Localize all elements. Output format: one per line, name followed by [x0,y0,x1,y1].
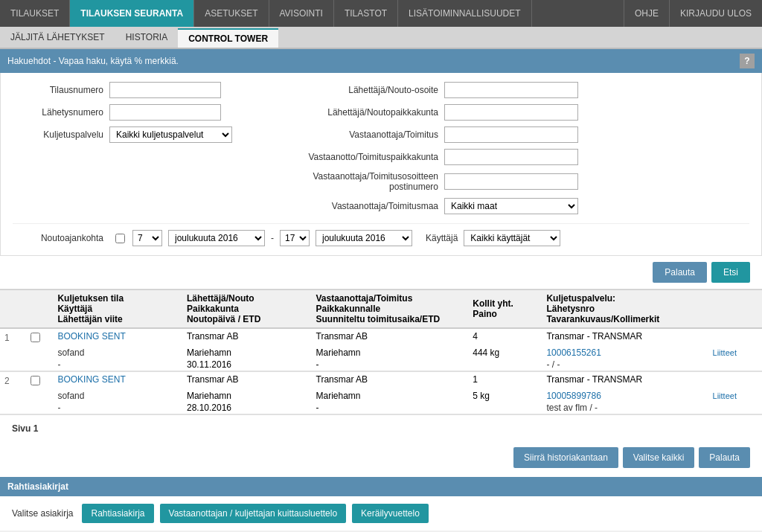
table-row-2a: 2 BOOKING SENT Transmar AB Transmar AB 1… [0,371,762,390]
row2-liitteet-link[interactable]: Liitteet [713,391,737,400]
rahtiasiakirja-button[interactable]: Rahtiasiakirja [82,504,153,523]
action-row-bottom: Siirrä historiakantaan Valitse kaikki Pa… [0,441,762,474]
day1-select[interactable]: 7 [132,230,162,246]
row1-liitteet[interactable]: Liitteet [707,347,762,359]
lahetysnumero-input[interactable] [109,104,221,121]
row2-empty3 [0,402,28,414]
row2-liitteet[interactable]: Liitteet [707,390,762,402]
vastaanottaja-maa-label: Vastaanottaja/Toimitusmaa [281,201,444,211]
table-row-1a: 1 BOOKING SENT Transmar AB Transmar AB 4… [0,328,762,347]
row2-pickup-date: 28.10.2016 [181,402,310,414]
siirra-historiakantaan-button[interactable]: Siirrä historiakantaan [513,447,618,468]
row2-ref: - [51,402,181,414]
month1-select[interactable]: joulukuuta 2016 [168,230,265,246]
nav-item-avisointi[interactable]: AVISOINTI [269,0,334,27]
nav-item-ohje[interactable]: OHJE [624,0,669,27]
etsi-button[interactable]: Etsi [711,262,750,283]
vastaanottaja-toimitus-label: Vastaanottaja/Toimitus [281,129,444,140]
help-button[interactable]: ? [740,54,755,68]
page-info: Sivu 1 [0,415,762,441]
sub-nav: JÄLJITÄ LÄHETYKSET HISTORIA CONTROL TOWE… [0,27,762,49]
row1-user: sofand [51,347,181,359]
vastaanottaja-paikkakunta-input[interactable] [444,149,578,165]
results-table: Kuljetuksen tila Käyttäjä Lähettäjän vii… [0,289,762,415]
row1-status-link[interactable]: BOOKING SENT [57,331,125,342]
rahti-panel: Rahtiasiakirjat Valitse asiakirja Rahtia… [0,477,762,531]
row2-lahetysnro-link[interactable]: 10005899786 [546,391,601,401]
noutoajankohta-checkbox[interactable] [115,234,125,243]
row2-checkbox-cell[interactable] [28,371,51,390]
row2-empty4 [28,402,51,414]
row2-delivery-date: - [310,402,467,414]
row1-sender-city: Mariehamn [181,347,310,359]
tilausnumero-input[interactable] [109,82,221,98]
subnav-historia[interactable]: HISTORIA [115,27,178,48]
row1-status: BOOKING SENT [51,328,181,347]
vastaanottaja-maa-select[interactable]: Kaikki maat [444,198,578,214]
nav-item-tilaukset[interactable]: TILAUKSET [0,0,70,27]
top-nav: TILAUKSET TILAUKSEN SEURANTA ASETUKSET A… [0,0,762,27]
kuljetuspalvelu-select[interactable]: Kaikki kuljetuspalvelut [109,126,232,143]
subnav-control-tower[interactable]: CONTROL TOWER [178,28,278,48]
row2-liitteet-top [707,371,762,390]
action-row-top: Palauta Etsi [0,256,762,289]
row2-checkbox[interactable] [31,376,40,385]
kerailyvuettelo-button[interactable]: Keräilyvuettelo [352,504,429,523]
col-receiver-header: Vastaanottaja/Toimitus Paikkakunnalle Su… [310,290,467,329]
row1-lahetysnro-link[interactable]: 10006155261 [546,347,601,358]
row2-sender-city: Mariehamn [181,390,310,402]
lahettaja-nouto-paikkakunta-label: Lähettäjä/Noutopaikkakunta [281,107,444,118]
table-row-2c: - 28.10.2016 - test av flm / - [0,402,762,414]
noutoajankohta-label: Noutoajankohta [13,233,109,243]
row1-ref: - [51,359,181,371]
palauta-bottom-button[interactable]: Palauta [699,447,750,468]
nav-item-asetukset[interactable]: ASETUKSET [194,0,269,27]
row2-empty2 [28,390,51,402]
lahettaja-nouto-paikkakunta-input[interactable] [444,104,578,121]
col-checkbox-header [28,290,51,329]
month2-select[interactable]: joulukuuta 2016 [316,230,412,246]
vastaanottaja-posti-label: Vastaanottaja/Toimitusosoitteen postinum… [281,171,444,192]
vastaanottaja-toimitus-input[interactable] [444,126,578,143]
row2-status-link[interactable]: BOOKING SENT [57,374,125,385]
day2-select[interactable]: 17 [280,230,310,246]
row1-checkbox-cell[interactable] [28,328,51,347]
subnav-jaljita-lahetykset[interactable]: JÄLJITÄ LÄHETYKSET [0,27,115,48]
row1-liitteet-link[interactable]: Liitteet [713,348,737,357]
nav-item-kirjaudu-ulos[interactable]: KIRJAUDU ULOS [669,0,762,27]
search-panel-header: Hakuehdot - Vapaa haku, käytä % merkkiä.… [0,49,762,73]
row1-checkbox[interactable] [31,333,40,342]
row2-num: 2 [0,371,28,390]
tilausnumero-label: Tilausnumero [13,85,109,95]
valitse-asiakirja-label: Valitse asiakirja [12,508,73,519]
row1-empty1 [0,347,28,359]
main-content: Hakuehdot - Vapaa haku, käytä % merkkiä.… [0,49,762,531]
nav-item-lisatoiminnallisuudet[interactable]: LISÄTOIMINNALLISUUDET [398,0,531,27]
row1-receiver-city: Mariehamn [310,347,467,359]
row2-user: sofand [51,390,181,402]
results-table-wrapper: Kuljetuksen tila Käyttäjä Lähettäjän vii… [0,289,762,415]
row2-lahetysnro: 10005899786 [540,390,706,402]
lahettaja-nouto-osoite-label: Lähettäjä/Nouto-osoite [281,85,444,95]
row1-empty2 [28,347,51,359]
col-service-header: Kuljetuspalvelu: Lähetysnro Tavarankuvau… [540,290,706,329]
row2-empty6 [707,402,762,414]
row2-sender: Transmar AB [181,371,310,390]
nav-item-tilastot[interactable]: TILASTOT [334,0,398,27]
kayttaja-select[interactable]: Kaikki käyttäjät [464,230,560,246]
row1-empty3 [0,359,28,371]
row2-service: Transmar - TRANSMAR [540,371,706,390]
vastaanottaja-posti-input[interactable] [444,173,578,190]
row2-paino: 5 kg [467,390,540,402]
row1-collit: 4 [467,328,540,347]
valitse-kaikki-button[interactable]: Valitse kaikki [623,447,694,468]
col-num-header [0,290,28,329]
nav-item-tilauksen-seuranta[interactable]: TILAUKSEN SEURANTA [70,0,194,27]
row1-num: 1 [0,328,28,347]
row1-lahetysnro: 10006155261 [540,347,706,359]
table-row-2b: sofand Mariehamn Mariehamn 5 kg 10005899… [0,390,762,402]
table-row-1c: - 30.11.2016 - - / - [0,359,762,371]
palauta-top-button[interactable]: Palauta [653,262,707,283]
lahettaja-nouto-osoite-input[interactable] [444,82,578,98]
vastaanottaja-kuljettaja-button[interactable]: Vastaanottajan / kuljettajan kuittauslue… [160,504,347,523]
